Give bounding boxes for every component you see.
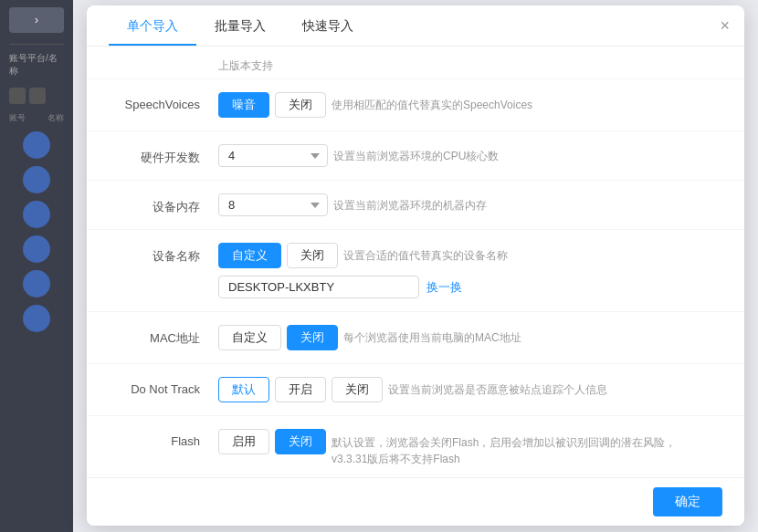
avatar-1[interactable] <box>23 131 50 159</box>
main-area: 单个导入 批量导入 快速导入 × 上版本支持 SpeechVoices 噪音 <box>73 0 758 532</box>
sidebar-expand-btn[interactable]: › <box>9 7 64 33</box>
flash-label: Flash <box>109 429 218 448</box>
speechvoices-controls: 噪音 关闭 使用相匹配的值代替真实的SpeechVoices <box>218 92 722 118</box>
device-name-inner: 设备名称 自定义 关闭 设置合适的值代替真实的设备名称 <box>109 243 722 268</box>
do-not-track-btn-on[interactable]: 开启 <box>275 377 326 402</box>
do-not-track-label: Do Not Track <box>109 377 218 396</box>
sidebar-expand-icon: › <box>35 14 38 26</box>
hardware-concurrency-row: 硬件开发数 4 2 6 8 设置当前浏览器环境的CPU核心数 <box>87 131 744 181</box>
device-name-controls: 自定义 关闭 设置合适的值代替真实的设备名称 <box>218 243 722 268</box>
avatar-4[interactable] <box>23 235 50 263</box>
speechvoices-row: SpeechVoices 噪音 关闭 使用相匹配的值代替真实的SpeechVoi… <box>87 79 744 131</box>
avatar-2[interactable] <box>23 166 50 193</box>
modal-tabs: 单个导入 批量导入 快速导入 × <box>87 5 744 47</box>
device-memory-row: 设备内存 8 2 4 16 设置当前浏览器环境的机器内存 <box>87 181 744 230</box>
do-not-track-btns: 默认 开启 关闭 设置当前浏览器是否愿意被站点追踪个人信息 <box>218 377 607 402</box>
avatar-5[interactable] <box>23 270 50 297</box>
do-not-track-btn-default[interactable]: 默认 <box>218 377 269 402</box>
mac-address-btn-custom[interactable]: 自定义 <box>218 325 281 350</box>
device-name-btn-off[interactable]: 关闭 <box>287 243 338 268</box>
do-not-track-controls: 默认 开启 关闭 设置当前浏览器是否愿意被站点追踪个人信息 <box>218 377 722 402</box>
sidebar-section-label: 账号平台/名称 <box>9 52 64 78</box>
device-name-btn-custom[interactable]: 自定义 <box>218 243 281 268</box>
modal: 单个导入 批量导入 快速导入 × 上版本支持 SpeechVoices 噪音 <box>87 5 744 526</box>
modal-footer: 确定 <box>87 477 744 526</box>
mac-address-label: MAC地址 <box>109 325 218 347</box>
tab-quick-import[interactable]: 快速导入 <box>284 5 372 46</box>
tab-batch-import[interactable]: 批量导入 <box>196 5 284 46</box>
device-name-row: 设备名称 自定义 关闭 设置合适的值代替真实的设备名称 换一换 <box>87 230 744 312</box>
mac-address-controls: 自定义 关闭 每个浏览器使用当前电脑的MAC地址 <box>218 325 722 350</box>
mac-address-btns: 自定义 关闭 每个浏览器使用当前电脑的MAC地址 <box>218 325 521 350</box>
avatar-6[interactable] <box>23 305 50 332</box>
partial-top-row: 上版本支持 <box>87 47 744 79</box>
confirm-button[interactable]: 确定 <box>653 487 722 516</box>
flash-row: Flash 启用 关闭 默认设置，浏览器会关闭Flash，启用会增加以被识别回调… <box>87 416 744 477</box>
device-memory-inner: 8 2 4 16 设置当前浏览器环境的机器内存 <box>218 193 487 216</box>
device-memory-controls: 8 2 4 16 设置当前浏览器环境的机器内存 <box>218 193 722 216</box>
icon-placeholder <box>9 88 26 104</box>
device-name-input[interactable] <box>218 276 419 298</box>
device-name-change-btn[interactable]: 换一换 <box>419 279 462 296</box>
device-memory-select[interactable]: 8 2 4 16 <box>218 193 328 216</box>
do-not-track-row: Do Not Track 默认 开启 关闭 设置当前浏览器是否愿意被站点追踪个人… <box>87 364 744 416</box>
flash-helper: 默认设置，浏览器会关闭Flash，启用会增加以被识别回调的潜在风险，v3.3.3… <box>332 429 679 467</box>
do-not-track-helper: 设置当前浏览器是否愿意被站点追踪个人信息 <box>388 381 607 398</box>
icon-placeholder2 <box>29 88 46 104</box>
sidebar-icon-row <box>9 83 64 109</box>
device-name-helper: 设置合适的值代替真实的设备名称 <box>343 247 508 264</box>
speechvoices-btn-noise[interactable]: 噪音 <box>218 92 269 118</box>
flash-btns: 启用 关闭 <box>218 429 326 454</box>
speechvoices-buttons: 噪音 关闭 使用相匹配的值代替真实的SpeechVoices <box>218 92 532 118</box>
hardware-concurrency-controls: 4 2 6 8 设置当前浏览器环境的CPU核心数 <box>218 144 722 167</box>
do-not-track-btn-off[interactable]: 关闭 <box>332 377 383 402</box>
sidebar-col-headers: 账号名称 <box>9 112 64 124</box>
flash-controls: 启用 关闭 默认设置，浏览器会关闭Flash，启用会增加以被识别回调的潜在风险，… <box>218 429 722 467</box>
hardware-concurrency-label: 硬件开发数 <box>109 144 218 166</box>
speechvoices-helper: 使用相匹配的值代替真实的SpeechVoices <box>332 97 532 113</box>
device-name-label: 设备名称 <box>109 243 218 265</box>
modal-body: 上版本支持 SpeechVoices 噪音 关闭 使用相匹配的值代替真实的Spe… <box>87 47 744 477</box>
mac-address-helper: 每个浏览器使用当前电脑的MAC地址 <box>343 329 521 346</box>
speechvoices-label: SpeechVoices <box>109 92 218 111</box>
modal-overlay: 单个导入 批量导入 快速导入 × 上版本支持 SpeechVoices 噪音 <box>73 0 758 532</box>
avatar-3[interactable] <box>23 201 50 228</box>
hardware-concurrency-select[interactable]: 4 2 6 8 <box>218 144 328 167</box>
device-memory-helper: 设置当前浏览器环境的机器内存 <box>333 197 487 214</box>
mac-address-btn-off[interactable]: 关闭 <box>287 325 338 350</box>
top-helper-text: 上版本支持 <box>218 52 273 74</box>
mac-address-row: MAC地址 自定义 关闭 每个浏览器使用当前电脑的MAC地址 <box>87 312 744 364</box>
device-memory-label: 设备内存 <box>109 193 218 215</box>
device-name-btns: 自定义 关闭 设置合适的值代替真实的设备名称 <box>218 243 508 268</box>
hardware-concurrency-inner: 4 2 6 8 设置当前浏览器环境的CPU核心数 <box>218 144 499 167</box>
tab-single-import[interactable]: 单个导入 <box>109 5 196 46</box>
flash-btn-enable[interactable]: 启用 <box>218 429 269 454</box>
sidebar: › 账号平台/名称 账号名称 <box>0 0 73 532</box>
device-name-input-row: 换一换 <box>109 276 722 298</box>
speechvoices-btn-off[interactable]: 关闭 <box>275 92 326 118</box>
hardware-concurrency-helper: 设置当前浏览器环境的CPU核心数 <box>333 148 499 164</box>
close-icon[interactable]: × <box>720 17 730 34</box>
flash-btn-off[interactable]: 关闭 <box>275 429 326 454</box>
